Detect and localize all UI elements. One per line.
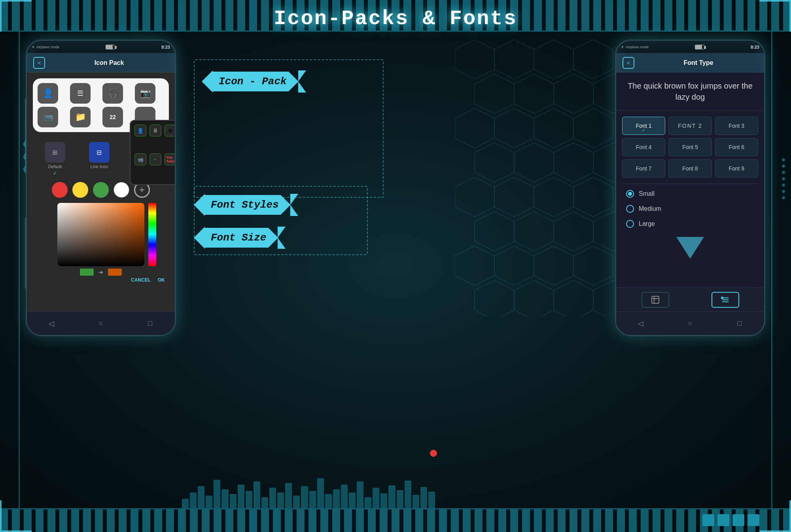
hue-slider[interactable] <box>148 203 156 266</box>
right-phone-status-bar: ✈ Airplane mode 8:23 <box>616 41 764 53</box>
default-check: ✓ <box>53 170 57 176</box>
font-btn-3[interactable]: Font 3 <box>715 117 758 135</box>
left-side-deco <box>21 99 26 170</box>
nav-home-right[interactable]: ○ <box>684 318 696 329</box>
icon-pack-banner: Icon - Pack <box>202 70 306 93</box>
nav-back-right[interactable]: ◁ <box>635 318 647 329</box>
left-side-deco2 <box>21 218 26 289</box>
font-styles-arrow <box>194 194 205 216</box>
banner-arrow-right <box>298 70 306 93</box>
icon-headphone: 🎧 <box>102 83 123 104</box>
right-phone-mockup: ✈ Airplane mode 8:23 < Font Type The qui… <box>615 40 765 336</box>
font-size-label: Font Size <box>211 232 266 244</box>
radio-large-circle <box>626 220 634 228</box>
radio-small[interactable]: Small <box>626 190 754 198</box>
action-icon-left[interactable] <box>642 292 669 308</box>
corner-tr <box>759 0 791 32</box>
bottom-border-decoration <box>0 508 791 532</box>
ok-button[interactable]: OK <box>158 277 165 283</box>
font-styles-arrow-right <box>290 194 298 216</box>
color-to <box>108 269 122 276</box>
right-phone-header: < Font Type <box>616 53 764 72</box>
back-button-right[interactable]: < <box>623 57 634 69</box>
eq-bars-decoration <box>182 477 435 508</box>
left-border-decoration <box>0 32 20 508</box>
icon-pack-label: Icon - Pack <box>219 76 287 87</box>
font-btn-5[interactable]: Font 5 <box>668 138 712 156</box>
airplane-mode-right: ✈ Airplane mode <box>621 45 649 49</box>
corner-tl <box>0 0 32 32</box>
page-title: Icon-Packs & Fonts <box>274 7 517 30</box>
font-size-banner: Font Size <box>194 227 286 249</box>
color-swatch-yellow[interactable] <box>72 182 88 198</box>
svg-marker-0 <box>455 40 494 79</box>
nav-recent-left[interactable]: □ <box>144 318 156 329</box>
icon-video: 📹 <box>38 107 58 127</box>
right-phone-title: Font Type <box>639 59 758 66</box>
red-dot-indicator <box>430 450 437 457</box>
radio-medium[interactable]: Medium <box>626 205 754 213</box>
font-size-arrow <box>194 227 205 249</box>
icon-type-default[interactable]: ⊞ Default ✓ <box>45 142 65 176</box>
color-swatch-green[interactable] <box>93 182 109 198</box>
font-btn-8[interactable]: Font 8 <box>668 159 712 178</box>
nav-back-left[interactable]: ◁ <box>45 318 57 329</box>
airplane-mode-left: ✈ Airplane mode <box>32 45 59 49</box>
dark-icon-6: ↩ <box>149 153 161 165</box>
font-btn-4[interactable]: Font 4 <box>622 138 665 156</box>
font-btn-1[interactable]: Font 1 ✓ <box>622 117 665 135</box>
dark-icon-7: YouTube <box>165 153 175 165</box>
color-from <box>80 269 94 276</box>
font-styles-banner: Font Styles <box>194 194 298 216</box>
color-swatch-white[interactable] <box>114 182 129 198</box>
font-styles-banner-body: Font Styles <box>205 195 291 215</box>
cancel-button[interactable]: CANCEL <box>131 277 151 283</box>
triangle-down-icon <box>676 237 704 259</box>
corner-br <box>759 500 791 532</box>
left-phone-header: < Icon Pack <box>27 53 175 72</box>
right-phone-nav: ◁ ○ □ <box>616 311 764 335</box>
left-phone-title: Icon Pack <box>50 59 168 66</box>
icon-camera: 📷 <box>135 83 155 104</box>
color-swatch-red[interactable] <box>52 182 68 198</box>
left-phone-nav: ◁ ○ □ <box>27 311 175 335</box>
font-btn-2[interactable]: FONT 2 <box>668 117 712 135</box>
right-phone-action-bar <box>616 288 764 311</box>
corner-bl <box>0 500 32 532</box>
triangle-pointer-container <box>616 237 764 259</box>
left-phone-mockup: ✈ Airplane mode 8:23 < Icon Pack 👤 ☰ 🎧 📷… <box>26 40 176 336</box>
font-btn-9[interactable]: Font 9 <box>715 159 758 178</box>
dark-icon-2: ☰ <box>149 125 161 136</box>
font-btn-7[interactable]: Font 7 <box>622 159 665 178</box>
color-arrow-icon: ➔ <box>98 269 103 275</box>
icon-messages: ☰ <box>70 83 91 104</box>
dark-icon-1: 👤 <box>134 125 146 136</box>
font-size-arrow-right <box>278 227 286 249</box>
dark-icon-5: 📹 <box>134 153 146 165</box>
back-button-left[interactable]: < <box>33 57 45 69</box>
radio-large[interactable]: Large <box>626 220 754 228</box>
svg-rect-1 <box>652 296 659 303</box>
left-phone-status-bar: ✈ Airplane mode 8:23 <box>27 41 175 53</box>
bottom-square-indicators <box>702 514 759 526</box>
icon-folder: 📁 <box>70 107 91 127</box>
line-icon-label: Line Icon <box>90 164 108 169</box>
icon-type-line[interactable]: ⊟ Line Icon <box>89 142 110 176</box>
font-size-banner-body: Font Size <box>205 228 278 248</box>
icon-pack-banner-body: Icon - Pack <box>213 72 299 91</box>
font-btn-6[interactable]: Font 6 <box>715 138 758 156</box>
font-1-check: ✓ <box>642 128 645 133</box>
nav-recent-right[interactable]: □ <box>734 318 746 329</box>
radio-small-circle <box>626 190 634 198</box>
icon-contacts: 👤 <box>38 83 58 104</box>
action-icon-right[interactable] <box>712 292 739 308</box>
dark-icon-3: ⚙ <box>165 125 175 136</box>
right-border-decoration <box>771 32 791 508</box>
default-label: Default <box>48 164 62 169</box>
font-size-section: Small Medium Large <box>616 184 764 241</box>
font-preview-text: The quick brown fox jumps over the lazy … <box>616 72 764 111</box>
font-grid: Font 1 ✓ FONT 2 Font 3 Font 4 Font 5 Fon… <box>616 111 764 184</box>
right-dot-decorations <box>782 158 785 199</box>
icon-calendar: 22 <box>102 107 123 127</box>
nav-home-left[interactable]: ○ <box>95 318 107 329</box>
